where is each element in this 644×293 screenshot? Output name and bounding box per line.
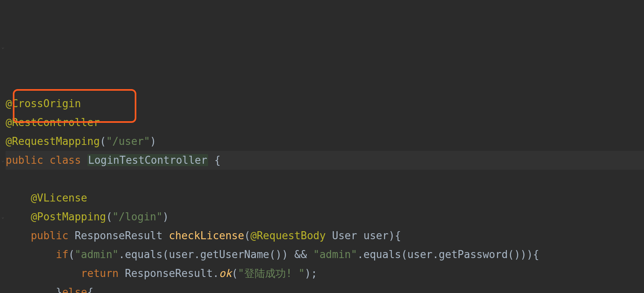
code-line[interactable]: }else{ [6,283,644,293]
code-token: @CrossOrigin [6,98,81,110]
code-token: ) [150,135,156,147]
code-token: { [208,154,221,166]
code-token: ResponseResult. [125,267,219,279]
code-area[interactable]: @CrossOrigin@RestController@RequestMappi… [0,94,644,293]
code-line[interactable]: @PostMapping("/login") [6,208,644,226]
code-token: else [62,286,87,293]
code-token: ( [106,211,112,223]
code-token: LoginTestController [87,154,208,166]
code-token: .equals(user.getUserName()) && [119,248,313,260]
gutter-icon: ⌄ [0,208,6,226]
code-token: @PostMapping [31,211,106,223]
code-token: ( [232,267,238,279]
code-token: ) [162,211,169,223]
code-token: ok [219,267,231,279]
code-token: } [56,286,62,293]
code-line[interactable]: return ResponseResult.ok("登陆成功! "); [6,264,644,283]
code-token: @RequestMapping [6,135,100,147]
code-line[interactable] [6,170,644,189]
gutter-icon [0,94,6,113]
code-editor[interactable]: ⌄ ⌄ ⌄ ⌄ ⌄ ⌄ ⌄ ⌃ ⌃ ⌃ @CrossOrigin@RestCon… [0,0,644,293]
code-token: User user){ [326,230,401,242]
code-token: ); [305,267,317,279]
code-line[interactable]: public class LoginTestController { [6,151,644,170]
gutter: ⌄ ⌄ ⌄ ⌄ ⌄ ⌄ ⌄ ⌃ ⌃ ⌃ [0,0,6,293]
code-token: checkLicense [169,230,244,242]
gutter-icon: ⌄ [0,151,6,170]
code-token: .equals(user.getPassword())){ [357,248,539,260]
gutter-icon: ⌄ [0,38,6,57]
code-line[interactable]: @RequestMapping("/user") [6,132,644,151]
indent-guide [6,230,31,242]
code-token: @RestController [6,116,100,128]
code-line[interactable]: if("admin".equals(user.getUserName()) &&… [6,245,644,264]
code-token: ( [100,135,106,147]
code-line[interactable]: @VLicense [6,189,644,208]
code-token: ( [69,248,75,260]
code-line[interactable]: public ResponseResult checkLicense(@Requ… [6,226,644,245]
code-line[interactable]: @RestController [6,113,644,132]
code-token: "登陆成功! " [238,267,305,279]
code-token: "admin" [75,248,119,260]
indent-guide [6,267,81,279]
code-token: return [81,267,125,279]
gutter-icon [0,264,6,283]
code-line[interactable]: @CrossOrigin [6,94,644,113]
code-token: if [56,248,68,260]
code-token: @RequestBody [251,230,326,242]
code-token: "/user" [106,135,150,147]
indent-guide [6,286,56,293]
indent-guide [6,248,56,260]
code-token: "/login" [112,211,162,223]
code-token: ( [244,230,251,242]
indent-guide [6,211,31,223]
code-token: @VLicense [31,192,87,204]
code-token: "admin" [313,248,357,260]
code-token: public [31,230,75,242]
code-token: public class [6,154,87,166]
code-token: { [87,286,94,293]
code-token: ResponseResult [75,230,169,242]
